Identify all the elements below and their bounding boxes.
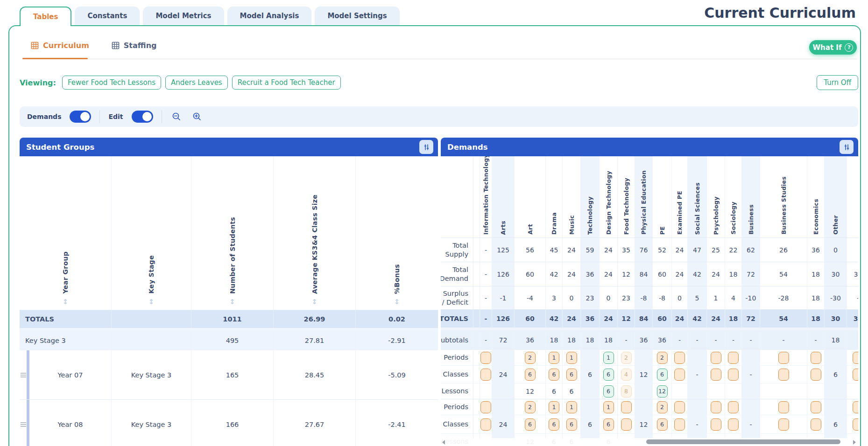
scenario-chip-recruit-a-food-tech-teacher[interactable]: Recruit a Food Tech Teacher — [232, 76, 341, 90]
cell: 6 — [825, 415, 847, 433]
demand-input[interactable] — [778, 352, 789, 364]
cell: 12 — [653, 383, 672, 399]
demand-input[interactable]: 6 — [525, 369, 536, 381]
cell: 2 — [618, 350, 635, 365]
scenario-chip-anders-leaves[interactable]: Anders Leaves — [165, 76, 228, 90]
active-subtab-underline — [22, 58, 88, 59]
tab-model-metrics[interactable]: Model Metrics — [143, 7, 224, 25]
demand-input[interactable] — [621, 401, 632, 413]
demand-input[interactable] — [811, 369, 821, 381]
demand-input[interactable]: 2 — [525, 401, 536, 413]
demand-input[interactable]: 6 — [657, 369, 668, 381]
demand-input[interactable] — [811, 418, 821, 431]
demand-input[interactable] — [674, 352, 685, 364]
column-header-number-of-students[interactable]: Number of Students↕ — [191, 156, 274, 310]
edit-toggle[interactable] — [132, 111, 153, 123]
demand-input[interactable]: 6 — [603, 385, 614, 397]
cell — [760, 350, 807, 365]
student-groups-column-headers: Year Group↕Key Stage↕Number of Students↕… — [20, 156, 438, 310]
demand-input[interactable] — [853, 352, 858, 364]
column-header-key-stage[interactable]: Key Stage↕ — [112, 156, 191, 310]
demand-input[interactable]: 1 — [566, 352, 577, 364]
scenario-chip-fewer-food-tech-lessons[interactable]: Fewer Food Tech Lessons — [62, 76, 161, 90]
demand-input[interactable] — [853, 418, 858, 431]
demand-input[interactable]: 6 — [566, 418, 577, 431]
demand-input[interactable] — [853, 369, 858, 381]
column-settings-button[interactable] — [419, 140, 433, 154]
demand-input[interactable] — [711, 418, 721, 431]
demand-input[interactable] — [674, 401, 685, 413]
cell — [707, 383, 725, 399]
scrollbar-thumb[interactable] — [646, 439, 840, 444]
scroll-right-icon[interactable] — [853, 440, 856, 445]
cell: 6 — [546, 383, 563, 399]
demand-input[interactable] — [711, 369, 721, 381]
tab-constants[interactable]: Constants — [75, 7, 140, 25]
demand-input[interactable] — [674, 369, 685, 381]
demand-input[interactable]: 1 — [549, 352, 559, 364]
demand-input[interactable] — [728, 418, 739, 431]
demand-input[interactable]: 6 — [657, 418, 668, 431]
demand-input[interactable]: 8 — [621, 385, 632, 397]
demand-input[interactable]: 6 — [603, 369, 614, 381]
demand-input[interactable]: 1 — [566, 401, 577, 413]
toggle-knob — [142, 112, 152, 121]
demand-input[interactable]: 1 — [603, 352, 614, 364]
demand-input[interactable] — [728, 369, 739, 381]
demand-input[interactable]: 6 — [603, 418, 614, 431]
demand-input[interactable] — [853, 401, 858, 413]
demand-input[interactable]: 1 — [603, 401, 614, 413]
column-header-year-group[interactable]: Year Group↕ — [20, 156, 112, 310]
table-subtabs: CurriculumStaffing — [31, 41, 156, 50]
cell — [480, 415, 492, 433]
demand-input[interactable] — [728, 401, 739, 413]
demand-input[interactable] — [480, 401, 491, 413]
demand-input[interactable] — [711, 401, 721, 413]
demand-input[interactable]: 2 — [657, 352, 668, 364]
demand-input[interactable]: 12 — [657, 385, 668, 397]
turn-off-button[interactable]: Turn Off — [817, 75, 858, 90]
drag-handle-icon[interactable] — [20, 350, 27, 399]
demand-input[interactable] — [480, 418, 491, 431]
demand-input[interactable]: 1 — [549, 401, 559, 413]
subtab-curriculum[interactable]: Curriculum — [31, 41, 89, 50]
zoom-in-icon[interactable] — [191, 111, 203, 123]
tab-tables[interactable]: Tables — [20, 7, 71, 26]
demand-input[interactable]: 2 — [657, 401, 668, 413]
demand-input[interactable]: 6 — [549, 418, 559, 431]
demand-input[interactable]: 2 — [621, 352, 632, 364]
cell: 84 — [635, 262, 653, 286]
cell — [635, 383, 653, 399]
column-header-average-ks3-4-class-size[interactable]: Average KS3&4 Class Size↕ — [274, 156, 356, 310]
demand-input[interactable] — [480, 369, 491, 381]
drag-handle-icon[interactable] — [20, 400, 27, 446]
demand-input[interactable] — [728, 352, 739, 364]
scroll-left-icon[interactable] — [442, 440, 445, 445]
demand-input[interactable] — [480, 352, 491, 364]
demand-input[interactable]: 4 — [621, 369, 632, 381]
demand-input[interactable] — [674, 418, 685, 431]
demand-input[interactable]: 6 — [525, 418, 536, 431]
demand-input[interactable] — [778, 401, 789, 413]
demand-input[interactable]: 2 — [525, 352, 536, 364]
demands-toggle[interactable] — [70, 111, 91, 123]
column-header-bonus[interactable]: %Bonus↕ — [356, 156, 438, 310]
demand-input[interactable]: 6 — [566, 369, 577, 381]
tab-model-settings[interactable]: Model Settings — [315, 7, 399, 25]
tab-model-analysis[interactable]: Model Analysis — [227, 7, 312, 25]
cell: 36 — [581, 262, 600, 286]
column-header-label: Social Sciences — [694, 182, 701, 235]
column-settings-button[interactable] — [840, 140, 854, 154]
cell: 24 — [563, 262, 581, 286]
subtab-staffing[interactable]: Staffing — [112, 41, 157, 50]
demand-input[interactable] — [778, 418, 789, 431]
demand-input[interactable] — [778, 369, 789, 381]
row-label: TOTALS — [441, 310, 473, 328]
demand-input[interactable] — [811, 401, 821, 413]
demand-input[interactable] — [711, 352, 721, 364]
demand-input[interactable] — [621, 418, 632, 431]
zoom-out-icon[interactable] — [170, 111, 183, 123]
what-if-button[interactable]: What If ? — [809, 40, 857, 55]
demand-input[interactable] — [811, 352, 821, 364]
demand-input[interactable]: 6 — [549, 369, 559, 381]
